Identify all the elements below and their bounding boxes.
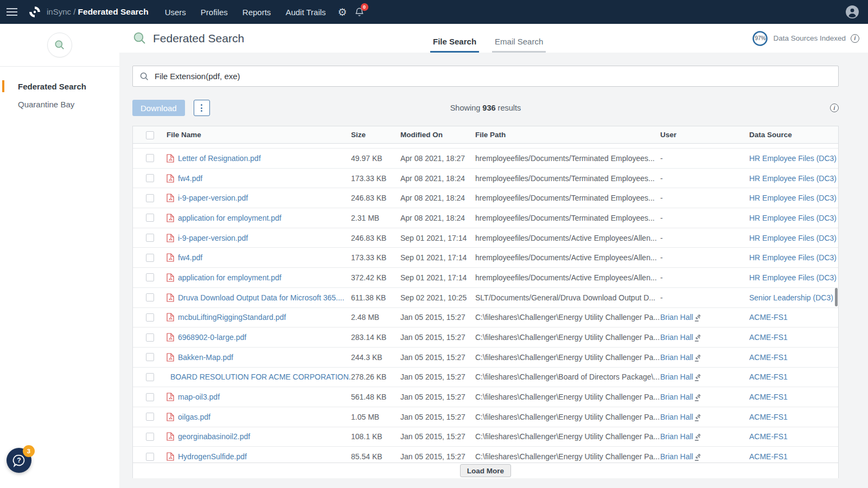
file-path: SLT/Documents/General/Druva Download Out…: [475, 293, 660, 302]
user-link[interactable]: -: [660, 273, 663, 282]
data-source-link[interactable]: ACME-FS1: [749, 393, 788, 401]
row-checkbox[interactable]: [146, 393, 154, 401]
file-name-link[interactable]: Druva Download Output Data for Microsoft…: [178, 293, 344, 302]
download-button[interactable]: Download: [132, 100, 185, 116]
row-checkbox[interactable]: [146, 214, 154, 222]
info-icon[interactable]: i: [851, 34, 859, 43]
column-header-file-name[interactable]: File Name: [167, 131, 351, 139]
user-link[interactable]: Brian Hall: [660, 333, 693, 342]
row-checkbox[interactable]: [146, 373, 154, 381]
user-link[interactable]: Brian Hall: [660, 413, 693, 421]
row-checkbox[interactable]: [146, 194, 154, 202]
file-name-link[interactable]: HydrogenSulfide.pdf: [178, 452, 247, 461]
data-source-link[interactable]: HR Employee Files (DC3): [749, 273, 837, 282]
nav-item-users[interactable]: Users: [165, 8, 186, 17]
user-link[interactable]: -: [660, 214, 663, 222]
file-name-link[interactable]: fw4.pdf: [178, 174, 202, 183]
row-checkbox[interactable]: [146, 273, 154, 281]
load-more-button[interactable]: Load More: [460, 464, 511, 477]
row-checkbox[interactable]: [146, 313, 154, 322]
file-name-link[interactable]: i-9-paper-version.pdf: [178, 234, 248, 242]
user-link[interactable]: -: [660, 174, 663, 183]
data-source-link[interactable]: ACME-FS1: [749, 333, 788, 342]
partial-scrolled-row: [133, 144, 838, 149]
sidebar-item-quarantine-bay[interactable]: Quarantine Bay: [0, 95, 119, 113]
row-checkbox[interactable]: [146, 254, 154, 262]
file-size: 49.97 KB: [351, 154, 400, 163]
data-source-link[interactable]: HR Employee Files (DC3): [749, 194, 837, 202]
file-name-link[interactable]: 6968902-0-large.pdf: [178, 333, 246, 342]
user-link[interactable]: Brian Hall: [660, 353, 693, 362]
column-header-size[interactable]: Size: [351, 131, 400, 139]
data-source-link[interactable]: ACME-FS1: [749, 353, 788, 362]
user-link[interactable]: -: [660, 293, 663, 302]
data-source-link[interactable]: ACME-FS1: [749, 373, 788, 381]
sidebar-item-federated-search[interactable]: Federated Search: [0, 78, 119, 95]
file-name-link[interactable]: application for employment.pdf: [178, 273, 282, 282]
help-button[interactable]: ? 3: [7, 448, 31, 473]
user-link[interactable]: Brian Hall: [660, 452, 693, 461]
legal-hold-icon: [694, 414, 701, 421]
column-header-data-source[interactable]: Data Source: [749, 131, 838, 139]
nav-item-reports[interactable]: Reports: [242, 8, 271, 17]
more-actions-kebab-button[interactable]: [194, 100, 210, 116]
row-checkbox[interactable]: [146, 174, 154, 182]
file-name-link[interactable]: oilgas.pdf: [178, 413, 210, 421]
data-source-link[interactable]: ACME-FS1: [749, 313, 788, 322]
user-link[interactable]: -: [660, 194, 663, 202]
table-scrollbar-thumb[interactable]: [835, 288, 838, 306]
row-checkbox[interactable]: [146, 154, 154, 162]
data-source-link[interactable]: HR Employee Files (DC3): [749, 214, 837, 222]
row-checkbox[interactable]: [146, 293, 154, 301]
data-source-link[interactable]: HR Employee Files (DC3): [749, 253, 837, 262]
file-name-link[interactable]: map-oil3.pdf: [178, 393, 220, 401]
data-source-link[interactable]: HR Employee Files (DC3): [749, 154, 837, 163]
sidebar-search-button[interactable]: [47, 33, 72, 57]
select-all-checkbox[interactable]: [146, 131, 154, 139]
data-source-link[interactable]: ACME-FS1: [749, 432, 788, 441]
nav-item-profiles[interactable]: Profiles: [201, 8, 228, 17]
row-checkbox[interactable]: [146, 433, 154, 441]
legal-hold-icon: [694, 434, 701, 441]
nav-item-audit-trails[interactable]: Audit Trails: [285, 8, 326, 17]
user-link[interactable]: Brian Hall: [660, 313, 693, 322]
notifications-bell-icon[interactable]: 0: [354, 7, 365, 17]
settings-gear-icon[interactable]: ⚙: [338, 7, 347, 17]
row-checkbox[interactable]: [146, 333, 154, 342]
user-link[interactable]: -: [660, 154, 663, 163]
file-name-link[interactable]: fw4.pdf: [178, 253, 202, 262]
data-source-link[interactable]: HR Employee Files (DC3): [749, 234, 837, 242]
hamburger-menu-icon[interactable]: [0, 0, 24, 24]
file-name-link[interactable]: application for employment.pdf: [178, 214, 282, 222]
row-checkbox[interactable]: [146, 413, 154, 421]
row-checkbox[interactable]: [146, 453, 154, 461]
file-name-link[interactable]: BOARD RESOLUTION FOR ACME CORPORATION...…: [170, 373, 351, 381]
left-sidebar: Federated Search Quarantine Bay: [0, 24, 119, 488]
user-link[interactable]: Brian Hall: [660, 432, 693, 441]
column-header-file-path[interactable]: File Path: [475, 131, 660, 139]
file-name-link[interactable]: Bakken-Map.pdf: [178, 353, 233, 362]
modified-on: Jan 05 2015, 15:27: [400, 313, 475, 322]
search-input[interactable]: [155, 72, 832, 81]
user-link[interactable]: -: [660, 234, 663, 242]
file-name-link[interactable]: georginabasinoil2.pdf: [178, 432, 250, 441]
column-header-user[interactable]: User: [660, 131, 749, 139]
data-source-link[interactable]: ACME-FS1: [749, 413, 788, 421]
data-source-link[interactable]: ACME-FS1: [749, 452, 788, 461]
tab-email-search[interactable]: Email Search: [492, 24, 546, 53]
user-link[interactable]: Brian Hall: [660, 393, 693, 401]
file-name-link[interactable]: Letter of Resignation.pdf: [178, 154, 261, 163]
user-link[interactable]: Brian Hall: [660, 373, 693, 381]
file-name-link[interactable]: mcbuLiftingRiggingStandard.pdf: [178, 313, 286, 322]
results-info-icon[interactable]: i: [830, 104, 839, 112]
data-source-link[interactable]: Senior Leadership (DC3): [749, 293, 833, 302]
user-avatar-icon[interactable]: [845, 5, 859, 19]
row-checkbox[interactable]: [146, 234, 154, 242]
user-link[interactable]: -: [660, 253, 663, 262]
row-checkbox[interactable]: [146, 353, 154, 361]
table-row: fw4.pdf 173.33 KB Sep 01 2021, 17:14 hre…: [133, 248, 838, 268]
tab-file-search[interactable]: File Search: [430, 24, 479, 53]
data-source-link[interactable]: HR Employee Files (DC3): [749, 174, 837, 183]
file-name-link[interactable]: i-9-paper-version.pdf: [178, 194, 248, 202]
column-header-modified-on[interactable]: Modified On: [400, 131, 475, 139]
